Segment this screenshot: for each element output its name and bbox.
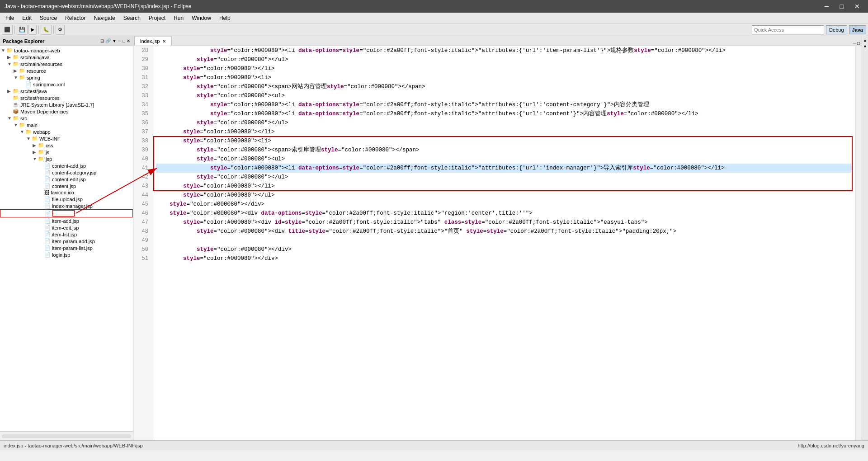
debug-perspective-button[interactable]: Debug: [826, 25, 847, 34]
tree-item-12[interactable]: ▼📁main: [0, 122, 133, 128]
tree-item-23[interactable]: 📄file-upload.jsp: [0, 196, 133, 202]
toolbar-debug-button[interactable]: 🐛: [41, 25, 52, 35]
tree-item-27[interactable]: 📄item-edit.jsp: [0, 224, 133, 231]
tree-item-15[interactable]: ▶📁css: [0, 142, 133, 149]
toolbar-run-button[interactable]: ▶: [28, 25, 37, 35]
tree-item-18[interactable]: 📄content-add.jsp: [0, 162, 133, 169]
pe-close-icon[interactable]: ✕: [127, 38, 130, 43]
pe-tree: ▼📁taotao-manager-web▶📁src/main/java▼📁src…: [0, 46, 133, 431]
menu-file[interactable]: File: [2, 14, 18, 22]
code-lines: style="color:#000080"><li data-options=s…: [152, 46, 855, 440]
menu-project[interactable]: Project: [145, 14, 169, 22]
editor-content[interactable]: 2829303132333435363738394041424344454647…: [133, 46, 862, 440]
tree-item-10[interactable]: 📦Maven Dependencies: [0, 108, 133, 115]
pe-header: Package Explorer ⊟ 🔗 ▼ ─ □ ✕: [0, 36, 133, 46]
tree-item-3[interactable]: ▼📁src/main/resources: [0, 61, 133, 67]
tree-item-24[interactable]: 📄index-manager.jsp: [0, 202, 133, 209]
code-line-32: style="color:#000080"><span>网站内容管理style=…: [156, 82, 852, 91]
line-num-32: 32: [135, 82, 148, 91]
code-line-36: style="color:#000080"></ul>: [156, 118, 852, 127]
tree-item-9[interactable]: ☕JRE System Library [JavaSE-1.7]: [0, 101, 133, 108]
tree-item-8[interactable]: 📁src/test/resources: [0, 94, 133, 101]
line-num-43: 43: [135, 182, 148, 191]
line-num-34: 34: [135, 100, 148, 109]
line-num-29: 29: [135, 55, 148, 64]
tree-item-19[interactable]: 📄content-category.jsp: [0, 169, 133, 176]
code-line-34: style="color:#000080"><li data-options=s…: [156, 100, 852, 109]
editor-vertical-scrollbar[interactable]: [855, 46, 862, 440]
code-line-29: style="color:#000080"></ul>: [156, 55, 852, 64]
pe-menu-icon[interactable]: ▼: [112, 38, 117, 43]
tree-item-2[interactable]: ▶📁src/main/java: [0, 54, 133, 61]
java-perspective-button[interactable]: Java: [849, 25, 866, 34]
code-line-33: style="color:#000080"><ul>: [156, 91, 852, 100]
code-line-28: style="color:#000080"><li data-options=s…: [156, 46, 852, 55]
tree-item-13[interactable]: ▼📁webapp: [0, 128, 133, 135]
pe-minimize-icon[interactable]: ─: [118, 38, 121, 43]
toolbar-separator-3: [53, 26, 54, 34]
editor-area-controls: ─ □: [853, 41, 862, 46]
tree-item-26[interactable]: 📄item-add.jsp: [0, 217, 133, 224]
close-button[interactable]: ✕: [851, 2, 863, 11]
pe-maximize-icon[interactable]: □: [123, 38, 125, 43]
window-controls[interactable]: ─ □ ✕: [821, 2, 863, 11]
menu-search[interactable]: Search: [120, 14, 144, 22]
line-num-41: 41: [135, 164, 148, 173]
tree-item-21[interactable]: 📄content.jsp: [0, 183, 133, 189]
editor-minimize-icon[interactable]: ─: [853, 41, 856, 46]
editor-tab-close[interactable]: ✕: [162, 39, 166, 44]
code-line-49: [156, 236, 852, 245]
toolbar: ⬛ 💾 ▶ 🐛 ⚙ Debug Java: [0, 24, 868, 36]
right-sb-btn-1[interactable]: ▲: [863, 38, 868, 42]
menu-refactor[interactable]: Refactor: [61, 14, 89, 22]
menu-run[interactable]: Run: [170, 14, 187, 22]
minimize-button[interactable]: ─: [821, 2, 833, 11]
menu-source[interactable]: Source: [36, 14, 61, 22]
code-line-43: style="color:#000080"></li>: [156, 182, 852, 191]
code-line-31: style="color:#000080"><li>: [156, 73, 852, 82]
code-line-42: style="color:#000080"></ul>: [156, 173, 852, 182]
tree-item-16[interactable]: ▶📁js: [0, 149, 133, 155]
tree-item-25[interactable]: 📄index.jsp: [0, 209, 133, 217]
line-num-40: 40: [135, 155, 148, 164]
right-sb-btn-2[interactable]: ▼: [863, 44, 868, 49]
toolbar-new-button[interactable]: ⬛: [2, 25, 13, 35]
tree-item-4[interactable]: ▶📁resource: [0, 67, 133, 74]
tree-item-14[interactable]: ▼📁WEB-INF: [0, 135, 133, 142]
editor-tabs: index.jsp ✕ ─ □: [133, 36, 862, 46]
editor-tab-index-jsp[interactable]: index.jsp ✕: [134, 37, 172, 46]
toolbar-extra-button[interactable]: ⚙: [56, 25, 65, 35]
tree-item-5[interactable]: ▼📁spring: [0, 74, 133, 81]
tree-item-31[interactable]: 📄login.jsp: [0, 251, 133, 258]
tree-item-17[interactable]: ▼📁jsp: [0, 155, 133, 162]
menu-help[interactable]: Help: [216, 14, 234, 22]
tree-item-11[interactable]: ▼📁src: [0, 115, 133, 122]
tree-item-1[interactable]: ▼📁taotao-manager-web: [0, 47, 133, 54]
line-num-36: 36: [135, 118, 148, 127]
pe-collapse-icon[interactable]: ⊟: [100, 38, 104, 43]
menu-edit[interactable]: Edit: [19, 14, 35, 22]
tree-item-29[interactable]: 📄item-param-add.jsp: [0, 238, 133, 245]
tree-item-28[interactable]: 📄item-list.jsp: [0, 231, 133, 238]
tree-item-7[interactable]: ▶📁src/test/java: [0, 88, 133, 94]
tree-item-20[interactable]: 📄content-edit.jsp: [0, 176, 133, 183]
code-line-30: style="color:#000080"></li>: [156, 64, 852, 73]
menu-window[interactable]: Window: [188, 14, 215, 22]
toolbar-save-button[interactable]: 💾: [17, 25, 28, 35]
pe-link-icon[interactable]: 🔗: [105, 38, 111, 43]
tree-item-30[interactable]: 📄item-param-list.jsp: [0, 245, 133, 251]
quick-access-input[interactable]: [752, 25, 824, 34]
line-num-50: 50: [135, 245, 148, 254]
editor-area: index.jsp ✕ ─ □ 282930313233343536373839…: [133, 36, 862, 440]
code-line-48: style="color:#000080"><div title=style="…: [156, 227, 852, 236]
pe-scrollbar[interactable]: [0, 431, 133, 440]
tree-item-22[interactable]: 🖼favicon.ico: [0, 189, 133, 196]
toolbar-right: Debug Java: [752, 25, 866, 34]
menu-navigate[interactable]: Navigate: [90, 14, 118, 22]
tree-item-6[interactable]: 📄springmvc.xml: [0, 81, 133, 88]
maximize-button[interactable]: □: [836, 2, 847, 11]
editor-maximize-icon[interactable]: □: [857, 41, 860, 46]
line-num-47: 47: [135, 218, 148, 227]
toolbar-left: ⬛ 💾 ▶ 🐛 ⚙: [2, 25, 65, 35]
line-num-45: 45: [135, 200, 148, 209]
